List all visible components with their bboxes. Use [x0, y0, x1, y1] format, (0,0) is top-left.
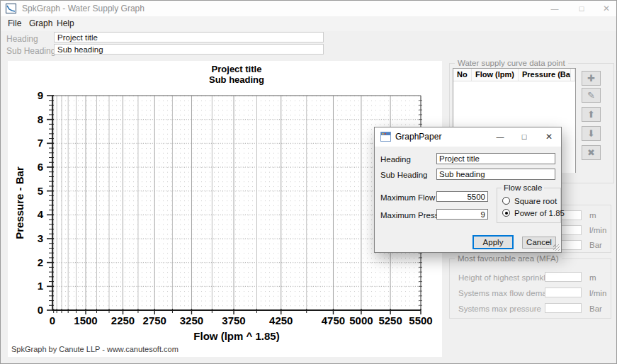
minimize-icon[interactable]: —: [543, 1, 566, 16]
dialog-form-icon: [380, 132, 391, 142]
menu-bar: File Graph Help: [1, 16, 616, 31]
dialog-subheading-label: Sub Heading: [380, 171, 428, 179]
svg-text:7: 7: [38, 137, 43, 149]
mfa-unit-bar: Bar: [589, 305, 602, 313]
graphpaper-dialog: GraphPaper — □ ✕ Heading Sub Heading Max…: [374, 127, 562, 253]
radio-power-185-label[interactable]: Power of 1.85: [514, 209, 565, 217]
close-icon[interactable]: ✕: [595, 1, 617, 16]
column-header-pressure: Pressure (Bar): [519, 69, 571, 81]
unit-label-lmin: l/min: [589, 226, 606, 234]
move-up-button[interactable]: ⬆: [582, 107, 601, 122]
dialog-max-flow-label: Maximum Flow: [380, 193, 435, 202]
svg-text:Flow (lpm ^ 1.85): Flow (lpm ^ 1.85): [193, 330, 279, 342]
svg-text:0: 0: [38, 304, 43, 316]
unit-label-bar: Bar: [589, 241, 602, 249]
svg-text:1500: 1500: [74, 314, 97, 326]
menu-help[interactable]: Help: [54, 16, 77, 31]
mfa-unit-m: m: [589, 273, 596, 282]
dialog-minimize-icon[interactable]: —: [489, 127, 511, 147]
mfa-sprinkler-height-input[interactable]: [545, 272, 582, 282]
svg-text:5: 5: [38, 185, 43, 197]
cancel-button[interactable]: Cancel: [522, 237, 556, 249]
subheading-label: Sub Heading: [6, 46, 55, 56]
add-point-button[interactable]: ✚: [582, 71, 601, 86]
svg-text:2250: 2250: [111, 314, 135, 326]
svg-text:6: 6: [38, 161, 43, 173]
move-down-button[interactable]: ⬇: [582, 126, 601, 141]
svg-text:5000: 5000: [349, 314, 373, 326]
delete-point-button[interactable]: ✖: [582, 145, 601, 160]
unit-label-m: m: [589, 211, 596, 220]
svg-text:Project title: Project title: [212, 64, 262, 74]
apply-button[interactable]: Apply: [472, 235, 514, 249]
title-bar[interactable]: SpkGraph - Water Supply Graph — □ ✕: [1, 1, 616, 16]
column-header-no: No: [453, 69, 472, 81]
svg-text:4: 4: [38, 208, 44, 220]
svg-text:5250: 5250: [378, 314, 402, 326]
svg-text:2: 2: [38, 256, 43, 268]
dialog-close-icon[interactable]: ✕: [538, 127, 560, 147]
dialog-maximize-icon[interactable]: □: [514, 127, 535, 147]
dialog-title-bar[interactable]: GraphPaper — □ ✕: [375, 127, 561, 147]
radio-square-root-label[interactable]: Square root: [514, 197, 557, 205]
column-header-filler: [571, 69, 575, 81]
app-icon: [6, 4, 16, 13]
dialog-heading-label: Heading: [380, 155, 411, 164]
dialog-subheading-input[interactable]: [436, 169, 555, 180]
mfa-max-pressure-label: Systems max pressure: [458, 305, 541, 313]
svg-text:Sub heading: Sub heading: [209, 74, 264, 85]
heading-input[interactable]: [54, 32, 324, 42]
dialog-max-pressure-input[interactable]: [436, 209, 488, 220]
radio-square-root-circle[interactable]: [502, 197, 510, 205]
menu-file[interactable]: File: [5, 16, 24, 31]
dialog-heading-input[interactable]: [436, 153, 555, 164]
svg-text:2750: 2750: [143, 314, 166, 326]
window-title: SpkGraph - Water Supply Graph: [22, 1, 145, 16]
data-points-group-title: Water supply curve data point: [455, 59, 568, 67]
svg-text:8: 8: [38, 113, 43, 125]
svg-text:0: 0: [50, 314, 55, 326]
svg-text:4250: 4250: [269, 314, 293, 326]
radio-power-185-circle[interactable]: [502, 209, 510, 217]
svg-text:Pressure - Bar: Pressure - Bar: [13, 166, 26, 239]
svg-text:1: 1: [38, 280, 43, 292]
svg-text:3: 3: [38, 232, 43, 244]
svg-text:3250: 3250: [180, 314, 203, 326]
status-bar: SpkGraph by Canute LLP - www.canutesoft.…: [11, 345, 179, 353]
edit-point-button[interactable]: ✎: [582, 88, 601, 103]
resize-grip-icon[interactable]: [553, 244, 560, 251]
svg-text:9: 9: [38, 89, 43, 101]
svg-text:3750: 3750: [222, 314, 245, 326]
flow-scale-title: Flow scale: [502, 183, 544, 192]
menu-graph[interactable]: Graph: [26, 16, 55, 31]
mfa-max-flow-label: Systems max flow demand: [458, 289, 555, 297]
mfa-group-title: Most favourable area (MFA): [455, 254, 562, 263]
mfa-sprinkler-height-label: Height of highest sprinkler: [458, 273, 553, 282]
dialog-max-flow-input[interactable]: [436, 191, 488, 202]
svg-text:4750: 4750: [322, 314, 345, 326]
mfa-unit-lmin: l/min: [589, 289, 606, 297]
mfa-max-flow-input[interactable]: [545, 288, 582, 297]
column-header-flow: Flow (lpm): [472, 69, 519, 81]
data-points-table-header: No Flow (lpm) Pressure (Bar): [453, 69, 575, 81]
heading-label: Heading: [6, 34, 38, 44]
flow-scale-group: Flow scale Square root Power of 1.85: [497, 188, 561, 223]
mfa-max-pressure-input[interactable]: [545, 303, 582, 313]
maximize-icon[interactable]: □: [570, 1, 593, 16]
mfa-group: Most favourable area (MFA) Height of hig…: [449, 258, 611, 319]
dialog-title: GraphPaper: [395, 127, 441, 147]
svg-text:5500: 5500: [409, 314, 432, 326]
subheading-input[interactable]: [54, 44, 324, 55]
app-window: SpkGraph - Water Supply Graph — □ ✕ File…: [0, 0, 617, 364]
